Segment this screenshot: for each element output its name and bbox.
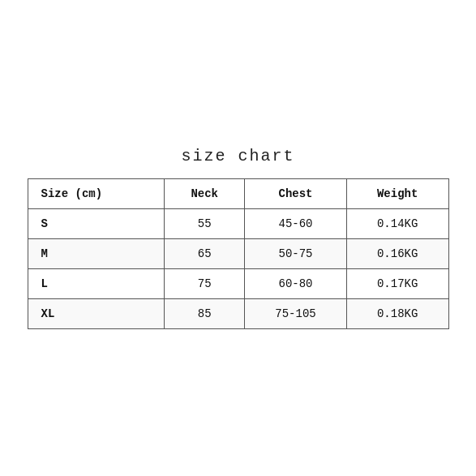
cell-row0-col3: 0.14KG xyxy=(346,209,448,239)
table-row: L7560-800.17KG xyxy=(28,269,448,299)
cell-row1-col2: 50-75 xyxy=(245,239,347,269)
cell-row2-col0: L xyxy=(28,269,165,299)
cell-row3-col1: 85 xyxy=(165,299,245,329)
col-header-chest: Chest xyxy=(245,179,347,209)
table-row: S5545-600.14KG xyxy=(28,209,448,239)
cell-row1-col1: 65 xyxy=(165,239,245,269)
cell-row2-col1: 75 xyxy=(165,269,245,299)
page-title: size chart xyxy=(181,147,294,165)
cell-row3-col2: 75-105 xyxy=(245,299,347,329)
cell-row0-col0: S xyxy=(28,209,165,239)
table-header-row: Size (cm) Neck Chest Weight xyxy=(28,179,448,209)
table-row: M6550-750.16KG xyxy=(28,239,448,269)
cell-row2-col2: 60-80 xyxy=(245,269,347,299)
cell-row0-col2: 45-60 xyxy=(245,209,347,239)
col-header-neck: Neck xyxy=(165,179,245,209)
table-row: XL8575-1050.18KG xyxy=(28,299,448,329)
cell-row2-col3: 0.17KG xyxy=(346,269,448,299)
cell-row1-col0: M xyxy=(28,239,165,269)
cell-row1-col3: 0.16KG xyxy=(346,239,448,269)
size-chart-table: Size (cm) Neck Chest Weight S5545-600.14… xyxy=(28,178,449,329)
cell-row0-col1: 55 xyxy=(165,209,245,239)
col-header-size: Size (cm) xyxy=(28,179,165,209)
page-container: size chart Size (cm) Neck Chest Weight S… xyxy=(0,0,476,476)
cell-row3-col3: 0.18KG xyxy=(346,299,448,329)
col-header-weight: Weight xyxy=(346,179,448,209)
cell-row3-col0: XL xyxy=(28,299,165,329)
